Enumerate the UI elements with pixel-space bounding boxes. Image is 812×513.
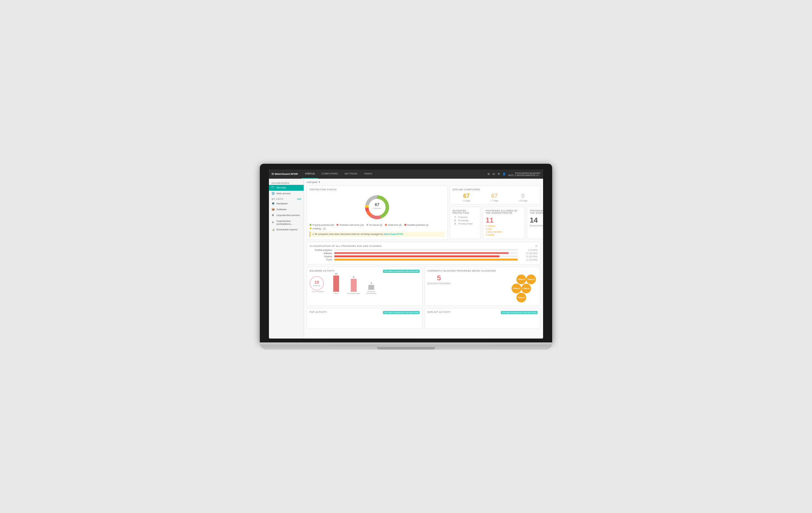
gear-icon[interactable]: ⚙ <box>498 172 500 175</box>
classif-value-exploits: 10 (32.26%) <box>520 255 538 258</box>
bar-item-run: 10 Run <box>330 273 343 294</box>
offline-stats: 67 > 3 days 67 > 7 days 0 <box>453 193 538 202</box>
legend-errors: Protection with errors (10) <box>337 224 364 226</box>
malware-circle-wrapper: 10 Incidents on 2 computers <box>310 276 326 292</box>
mylists-label: MY LISTS <box>271 198 283 200</box>
legend-installing: Installing... (2) <box>310 227 326 230</box>
outdated-row-restart: 3 Pending restart <box>453 223 478 225</box>
sidebar-security-label: Security <box>277 186 286 189</box>
web-icon: 🌐 <box>271 192 275 195</box>
row-1: PROTECTION STATUS <box>307 186 541 240</box>
outdated-num-knowledge: 5 <box>453 219 456 222</box>
blocked-prog-label: BLOCKED PROGRAMS <box>428 282 451 285</box>
protection-status-title: PROTECTION STATUS <box>310 189 445 191</box>
row-pup-exploit: PUP ACTIVITY This data corresponds to th… <box>307 308 541 329</box>
server-icon: 🖥 <box>271 214 275 217</box>
protection-legend: Properly protected (30) Protection with … <box>310 224 445 230</box>
bar-run <box>333 276 339 292</box>
detail-tools: 4 tools <box>486 227 522 230</box>
classif-bar-pups <box>334 259 518 261</box>
malware-circle: 10 Incidents <box>310 276 324 290</box>
legend-dot-green <box>310 224 312 226</box>
device-id: WGC-1-0E63DE4BA8314C13... <box>508 174 541 176</box>
classif-label-trusted: Trusted programs <box>310 249 332 251</box>
exploit-activity-card: EXPLOIT ACTIVITY This data corresponds t… <box>425 308 541 329</box>
bar-accessed <box>351 279 357 292</box>
svg-text:Computers: Computers <box>373 207 382 209</box>
tab-settings[interactable]: SETTINGS <box>341 170 360 179</box>
legend-install-error: Install error (6) <box>385 224 402 226</box>
period-label[interactable]: Last year <box>307 181 317 183</box>
sidebar-item-software[interactable]: 📦 Software <box>269 207 304 212</box>
classif-value-malware: 10 (32.26%) <box>520 252 538 254</box>
classification-card: CLASSIFICATION OF ALL PROGRAMS RUN AND S… <box>307 242 541 265</box>
sidebar-item-web-access[interactable]: 🌐 Web access <box>269 191 304 197</box>
legend-disabled: Disabled protection (3) <box>404 224 428 226</box>
hardware-icon: 💻 <box>271 202 275 205</box>
classif-track-exploits <box>334 255 518 257</box>
exploit-badge: This data corresponds to the last month <box>501 311 538 314</box>
legend-dot-red <box>337 224 339 226</box>
legend-label-install-error: Install error (6) <box>388 224 402 226</box>
period-dropdown-icon[interactable]: ▾ <box>319 181 320 183</box>
tab-status[interactable]: STATUS <box>302 170 318 179</box>
legend-label-no-license: No license (0) <box>369 224 382 226</box>
offline-num-7days: 67 <box>490 193 499 199</box>
sidebar-item-unprotected-workstations[interactable]: 🖱 Unprotected workstations... <box>269 218 304 227</box>
offline-computers-card: OFFLINE COMPUTERS 67 > 3 days 67 <box>450 186 541 205</box>
topnav: ⊡ WatchGuard EPDR STATUS COMPUTERS SETTI… <box>269 170 543 179</box>
sidebar-item-scheduled-reports[interactable]: 📊 Scheduled reports <box>269 227 304 233</box>
programs-blocked-count: 14 <box>530 216 543 225</box>
offline-title: OFFLINE COMPUTERS <box>453 189 538 191</box>
malware-header: MALWARE ACTIVITY This data corresponds t… <box>310 270 419 273</box>
offline-stat-7days: 67 > 7 days <box>490 193 499 202</box>
classif-value-trusted: 0 (0.00%) <box>520 249 538 251</box>
tab-computers[interactable]: COMPUTERS <box>318 170 341 179</box>
bubble-label-4: TPWa+P <box>523 287 530 289</box>
blocked-count-wrapper: 5 BLOCKED PROGRAMS <box>428 274 451 285</box>
offline-label-30days: > 30 days <box>518 199 527 202</box>
tab-tasks[interactable]: TASKS <box>360 170 375 179</box>
exploit-title: EXPLOIT ACTIVITY <box>428 311 451 313</box>
exploit-header: EXPLOIT ACTIVITY This data corresponds t… <box>428 311 538 314</box>
classif-row-trusted: Trusted programs 0 (0.00%) <box>310 249 538 251</box>
programs-blocked-title: PROGRAMS BLOCKED BY THE ADMINISTRATOR <box>530 209 543 214</box>
add-list-button[interactable]: Add <box>297 198 301 200</box>
classification-title: CLASSIFICATION OF ALL PROGRAMS RUN AND S… <box>310 245 535 247</box>
bar-label-run: Run <box>330 292 343 294</box>
sidebar-servers-label: Unprotected servers <box>277 214 300 217</box>
row-malware-blocked: MALWARE ACTIVITY This data corresponds t… <box>307 267 541 306</box>
outdated-num-restart: 3 <box>453 223 456 225</box>
alert-text: 50 computers have been discovered that a… <box>315 233 383 235</box>
legend-label-errors: Protection with errors (10) <box>340 224 364 226</box>
all-label[interactable]: All <box>492 173 495 175</box>
classif-row-exploits: Exploits 10 (32.26%) <box>310 255 538 258</box>
brand-logo: ⊡ WatchGuard EPDR <box>271 172 298 175</box>
legend-label-properly-protected: Properly protected (30) <box>313 224 334 226</box>
offline-label-7days: > 7 days <box>490 199 499 202</box>
malware-content: 10 Incidents on 2 computers 10 <box>310 275 419 294</box>
legend-dot-orange <box>385 224 387 226</box>
dashboards-label: DASHBOARDS <box>269 181 304 185</box>
nav-tabs: STATUS COMPUTERS SETTINGS TASKS <box>302 170 375 179</box>
bubble-label-2: TPWa+P <box>527 279 534 280</box>
bubble-3: TPWa+P <box>512 284 521 293</box>
expand-icon[interactable]: ⊡ <box>535 245 538 248</box>
sidebar-item-unprotected-servers[interactable]: 🖥 Unprotected servers <box>269 212 304 218</box>
donut-chart: 67 Computers <box>310 193 445 222</box>
outdated-row-protection: 7 Protection <box>453 216 478 218</box>
outdated-num-protection: 7 <box>453 216 456 218</box>
laptop-base <box>260 342 552 349</box>
blocked-prog-num: 5 <box>428 274 451 282</box>
sidebar-item-hardware[interactable]: 💻 Hardware <box>269 201 304 207</box>
pup-badge: This data corresponds to the last month <box>383 311 419 314</box>
user-info: technicalwriterspoperator WGC-1-0E63DE4B… <box>508 172 541 176</box>
alert-link[interactable]: WatchGuard EPDR. <box>384 233 404 235</box>
legend-label-installing: Installing... (2) <box>313 227 326 230</box>
offline-stat-3days: 67 > 3 days <box>463 193 471 202</box>
sidebar-item-security[interactable]: 🛡 Security <box>269 185 304 191</box>
my-lists-header: MY LISTS Add <box>269 197 304 201</box>
blocked-content: 5 BLOCKED PROGRAMS TPWa+P TPWa+P <box>428 274 538 303</box>
classif-track-pups <box>334 259 518 261</box>
alert-bar: ⚠ 50 computers have been discovered that… <box>310 232 445 237</box>
